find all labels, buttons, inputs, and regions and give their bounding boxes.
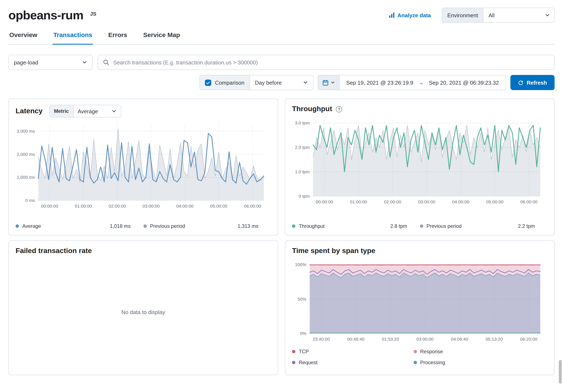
legend-item-tcp[interactable]: TCP (292, 349, 413, 354)
svg-text:04:06:40: 04:06:40 (451, 337, 468, 341)
svg-text:2,000 ms: 2,000 ms (17, 152, 35, 157)
scrollbar-thumb[interactable] (559, 360, 562, 384)
svg-text:100%: 100% (295, 262, 306, 267)
legend-dot (15, 224, 19, 228)
legend-item-request[interactable]: Request (292, 360, 413, 366)
chevron-down-icon (303, 80, 308, 85)
latency-panel-title: Latency (15, 107, 43, 115)
metric-label: Metric (50, 105, 74, 117)
svg-text:05:00:00: 05:00:00 (210, 204, 227, 209)
transaction-type-select[interactable]: page-load (8, 55, 93, 70)
throughput-panel: Throughput ? 00:00:0001:00:0002:00:0003:… (285, 99, 555, 235)
svg-text:03:00:00: 03:00:00 (142, 204, 160, 209)
search-box (98, 55, 555, 70)
svg-text:00:00:00: 00:00:00 (41, 204, 58, 209)
legend-dot (413, 361, 417, 364)
comparison-period-select[interactable]: Day before (250, 75, 313, 90)
service-name: opbeans-rum (8, 8, 83, 22)
tab-service-map[interactable]: Service Map (142, 31, 181, 44)
tab-transactions[interactable]: Transactions (52, 31, 93, 45)
svg-text:3,000 ms: 3,000 ms (17, 129, 35, 133)
date-range-end[interactable]: Sep 20, 2021 @ 06:39:23.32 (429, 79, 499, 86)
chevron-down-icon (545, 13, 550, 18)
empty-state-message: No data to display (15, 255, 271, 369)
arrow-right-icon: → (418, 79, 424, 86)
throughput-panel-title: Throughput (292, 105, 332, 113)
date-range-picker: Sep 19, 2021 @ 23:26:19.9 → Sep 20, 2021… (318, 75, 506, 90)
legend-item-throughput[interactable]: Throughput 2.8 tpm (292, 223, 420, 229)
failed-transaction-rate-panel: Failed transaction rate No data to displ… (8, 240, 278, 375)
bar-chart-icon (389, 12, 395, 18)
legend-dot (292, 224, 295, 228)
calendar-icon (322, 79, 329, 86)
environment-label: Environment (442, 8, 484, 22)
legend-item-previous-period[interactable]: Previous period 2.2 tpm (420, 223, 548, 229)
comparison-control: Comparison Day before (199, 75, 313, 90)
svg-text:01:00:00: 01:00:00 (350, 199, 367, 204)
legend-value: 1,313 ms (238, 223, 258, 229)
analyze-data-link[interactable]: Analyze data (389, 12, 431, 18)
svg-text:02:00:00: 02:00:00 (109, 204, 126, 209)
date-picker-button[interactable] (318, 75, 340, 90)
svg-text:05:00:00: 05:00:00 (486, 199, 503, 204)
tab-overview[interactable]: Overview (8, 31, 38, 44)
legend-value: 2.2 tpm (518, 223, 535, 229)
legend-dot (143, 224, 147, 228)
agent-badge: JS (90, 8, 96, 17)
page-header: opbeans-rum JS Analyze data Environment … (8, 0, 555, 23)
svg-text:00:46:40: 00:46:40 (347, 337, 364, 341)
environment-select[interactable]: All (484, 8, 554, 22)
legend-item-processing[interactable]: Processing (413, 360, 535, 366)
svg-text:01:00:00: 01:00:00 (75, 204, 92, 209)
date-range-start[interactable]: Sep 19, 2021 @ 23:26:19.9 (346, 79, 413, 86)
svg-text:04:00:00: 04:00:00 (176, 204, 193, 209)
throughput-chart[interactable]: 00:00:0001:00:0002:00:0003:00:0004:00:00… (292, 117, 548, 208)
svg-text:1,000 ms: 1,000 ms (17, 175, 35, 180)
latency-panel: Latency Metric Average 00:00:0001:00:000… (8, 99, 278, 235)
svg-text:2.0 tpm: 2.0 tpm (295, 145, 310, 150)
svg-text:1.0 tpm: 1.0 tpm (295, 169, 310, 174)
chevron-down-icon (331, 80, 335, 85)
refresh-icon (518, 80, 523, 85)
legend-item-response[interactable]: Response (413, 349, 535, 354)
legend-value: 2.8 tpm (390, 223, 407, 229)
legend-item-average[interactable]: Average 1,018 ms (15, 223, 143, 229)
svg-text:0 tpm: 0 tpm (298, 194, 310, 198)
svg-text:50%: 50% (297, 297, 306, 301)
help-icon[interactable]: ? (336, 106, 342, 112)
legend-dot (413, 350, 417, 353)
svg-text:0%: 0% (300, 331, 306, 336)
legend-dot (292, 350, 295, 353)
svg-text:0 ms: 0 ms (25, 198, 35, 203)
chevron-down-icon (82, 60, 87, 65)
chevron-down-icon (111, 109, 116, 114)
svg-text:00:00:00: 00:00:00 (316, 199, 333, 204)
svg-text:05:13:20: 05:13:20 (486, 337, 503, 341)
svg-text:03:00:00: 03:00:00 (416, 337, 434, 341)
svg-text:01:53:20: 01:53:20 (382, 337, 399, 341)
svg-text:06:20:00: 06:20:00 (520, 337, 537, 341)
legend-dot (420, 224, 423, 228)
svg-text:3.0 tpm: 3.0 tpm (295, 120, 310, 125)
search-input[interactable] (98, 55, 555, 70)
svg-text:03:00:00: 03:00:00 (418, 199, 435, 204)
comparison-checkbox[interactable]: Comparison (200, 75, 250, 90)
time-spent-title: Time spent by span type (292, 247, 375, 255)
svg-text:02:00:00: 02:00:00 (384, 199, 401, 204)
comparison-label: Comparison (215, 79, 244, 86)
date-range-display[interactable]: Sep 19, 2021 @ 23:26:19.9 → Sep 20, 2021… (340, 75, 506, 90)
legend-value: 1,018 ms (110, 223, 131, 229)
time-spent-chart[interactable]: 23:40:0000:46:4001:53:2003:00:0004:06:40… (292, 259, 548, 345)
time-spent-panel: Time spent by span type 23:40:0000:46:40… (285, 240, 555, 375)
refresh-button[interactable]: Refresh (510, 75, 555, 90)
svg-text:23:40:00: 23:40:00 (313, 337, 330, 341)
tab-errors[interactable]: Errors (107, 31, 128, 44)
legend-dot (292, 361, 295, 364)
legend-item-previous-period[interactable]: Previous period 1,313 ms (143, 223, 271, 229)
app-root: opbeans-rum JS Analyze data Environment … (0, 0, 563, 392)
latency-metric-select[interactable]: Average (73, 105, 121, 117)
latency-chart[interactable]: 00:00:0001:00:0002:00:0003:00:0004:00:00… (15, 121, 271, 212)
checkbox-checked-icon (205, 79, 211, 86)
failed-transaction-rate-title: Failed transaction rate (15, 247, 92, 255)
svg-text:06:00:00: 06:00:00 (520, 199, 537, 204)
